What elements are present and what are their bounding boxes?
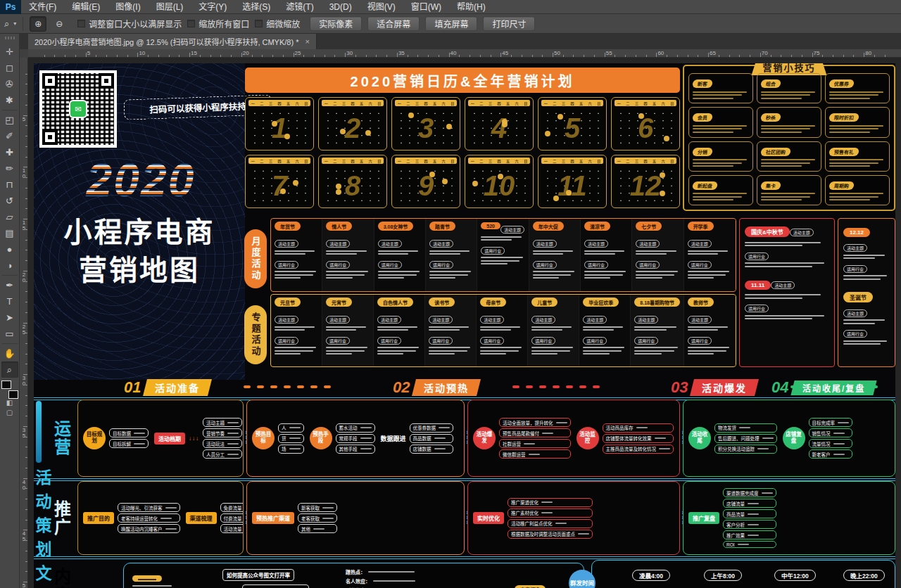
healing-brush-tool[interactable]: ✚ [1,144,18,160]
phase-01: 01活动准备 [124,378,210,397]
text-line [326,350,365,352]
text-line [762,492,773,494]
qr-code: ✉ [39,70,117,148]
type-tool[interactable]: T [1,293,18,309]
row-运营-section-1: 目标规划目标数据目标拆解活动档期↓↓↓活动主题营销节奏活动玩法人员分工 [77,400,244,477]
text-line [289,448,301,449]
mindmap-items: 渠道数据完成度店铺流量商品流量客户分析推广效果ROI [723,488,776,548]
hand-tool[interactable]: ✋ [1,345,18,362]
ruler-tick [303,55,304,57]
menu-item-9[interactable]: 视图(V) [360,0,403,14]
tool-preset-dropdown-icon[interactable]: ▾ [13,20,16,27]
menu-item-2[interactable]: 编辑(E) [64,0,108,14]
option-checkbox-2[interactable]: 缩放所有窗口 [187,18,249,30]
pen-tool[interactable]: ✒ [1,277,18,293]
option-button-1[interactable]: 实际像素 [310,16,362,31]
ruler-tick [25,94,27,95]
option-button-2[interactable]: 适合屏幕 [367,16,420,31]
marquee-tool[interactable]: ◻ [1,60,18,76]
menu-item-11[interactable]: 帮助(H) [449,0,493,14]
checkbox-box[interactable] [77,20,85,27]
move-tool[interactable]: ✛ [1,44,18,60]
dodge-tool[interactable]: ◑ [1,257,18,274]
ruler-tick [137,53,138,57]
text-line [688,250,728,252]
photoshop-logo[interactable]: Ps [0,0,21,14]
highlighted-date [293,180,298,186]
menu-item-8[interactable]: 3D(D) [322,0,360,14]
festival-column-踏青节: 踏青节活动主题适用行业 [426,219,477,291]
mindmap-group: 活动监控活动商品库存店铺整体流量转化效果主推商品流量及转化情况 [576,423,674,454]
checkbox-box[interactable] [255,20,263,27]
ruler-tick [729,55,730,57]
send-time-2: 上午8:00 [704,570,742,581]
option-button-4[interactable]: 打印尺寸 [483,16,535,31]
zoom-out-toggle[interactable]: ⊖ [51,16,68,32]
screen-mode-icon[interactable]: ▢ [6,409,13,418]
brush-tool[interactable]: ✏ [1,160,18,177]
festival-column-年中大促: 年中大促活动主题适用行业 [529,219,581,291]
crop-tool[interactable]: ◰ [1,112,18,128]
ruler-tick [25,571,27,572]
ruler-number: 30 [346,50,353,56]
zoom-tool-icon[interactable]: ⌕ [4,18,9,30]
quick-mask-icon[interactable]: ◧ [6,399,13,409]
mindmap-item: 渠道数据完成度 [723,488,776,497]
ruler-tick [885,55,886,57]
shape-tool[interactable]: ▭ [1,326,18,342]
menu-item-1[interactable]: 文件(F) [21,0,64,14]
toolbar-grip[interactable] [5,37,15,39]
mindmap-item: 主推商品流量及转化情况 [603,445,674,454]
menu-item-4[interactable]: 图层(L) [149,0,191,14]
checkbox-box[interactable] [187,20,195,27]
tag-theme: 活动主题 [378,240,402,248]
document-tab[interactable]: 2020小程序电商营销地图.jpg @ 12.5% (扫码可以获得小程序扶持, … [28,34,317,49]
content-tip-lead: 蹭热点： [346,568,365,575]
blur-tool[interactable]: ● [1,241,18,257]
text-line [739,427,750,428]
close-tab-icon[interactable]: × [305,37,309,46]
content-tip-lead: 名人效应： [346,577,370,584]
weekday: 日 [597,101,600,106]
menu-item-3[interactable]: 图像(I) [108,0,148,14]
zoom-tool[interactable]: ⌕ [1,362,18,378]
path-select-tool[interactable]: ➤ [1,309,18,326]
mindmap-group: 渠道梳理免费流量付费流量活动流量 [186,503,244,533]
option-checkbox-3[interactable]: 细微缩放 [255,18,300,30]
vertical-ruler[interactable]: 5101520253035404550 [20,58,28,588]
mindmap-group: 预热手段蓄水活动常规手段其他手段 [310,423,375,454]
ruler-tick [25,291,27,292]
ruler-tick [25,302,27,302]
horizontal-ruler[interactable]: 5101520253035404550556065707580 [20,49,901,58]
highlighted-date [660,172,665,178]
color-swatches[interactable] [1,381,18,399]
ruler-tick [25,74,27,75]
option-checkbox-1[interactable]: 调整窗口大小以满屏显示 [77,18,182,30]
mindmap-group: 预热目标人货场 [252,423,304,454]
poster-year: 2020 [49,153,232,207]
ruler-tick [25,105,27,106]
marketing-map-image: ✉ 扫码可以获得小程序扶持 2020 小程序电商 营销地图 2020营销日历&全… [34,63,895,588]
foreground-color[interactable] [1,381,11,389]
text-line [481,257,522,258]
canvas-area[interactable]: ✉ 扫码可以获得小程序扶持 2020 小程序电商 营销地图 2020营销日历&全… [28,58,901,588]
menu-item-10[interactable]: 窗口(W) [403,0,449,14]
text-line [829,165,870,167]
background-color[interactable] [8,390,18,399]
clone-stamp-tool[interactable]: ⊓ [1,177,18,193]
eyedropper-tool[interactable]: ✐ [1,128,18,144]
menu-item-7[interactable]: 滤镜(T) [278,0,321,14]
option-button-3[interactable]: 填充屏幕 [425,16,477,31]
magic-wand-tool[interactable]: ✱ [1,92,18,108]
gradient-tool[interactable]: ▤ [1,225,18,241]
menu-item-6[interactable]: 选择(S) [234,0,278,14]
lasso-tool[interactable]: ✇ [1,76,18,92]
highlighted-date [498,174,503,179]
history-brush-tool[interactable]: ↺ [1,193,18,209]
text-line [659,448,670,449]
festival-column-年货节: 年货节活动主题适用行业 [271,219,322,291]
eraser-tool[interactable]: ▱ [1,209,18,225]
ruler-tick [449,53,450,57]
zoom-in-toggle[interactable]: ⊕ [30,16,46,32]
menu-item-5[interactable]: 文字(Y) [191,0,234,14]
